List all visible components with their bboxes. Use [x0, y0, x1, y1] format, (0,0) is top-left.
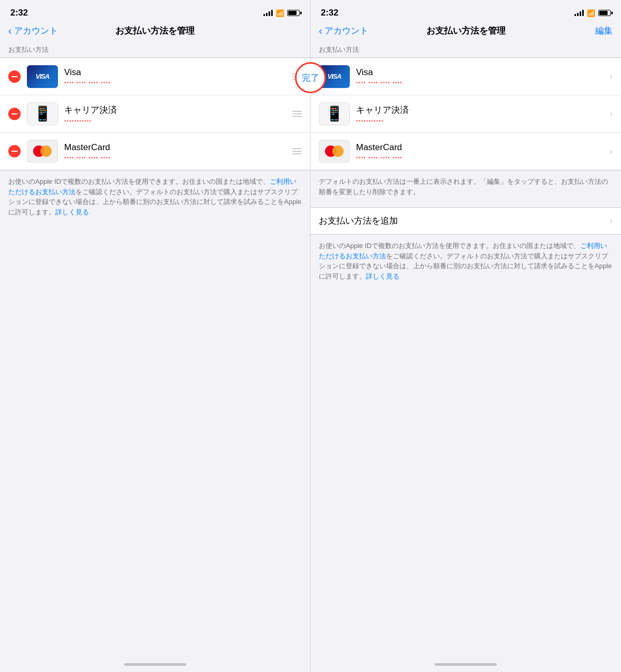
- left-visa-dots: •••• •••• •••• ••••: [64, 79, 111, 85]
- right-status-icons: 📶: [574, 9, 611, 17]
- left-section-header: お支払い方法: [0, 41, 310, 57]
- right-visa-detail: •••• •••• •••• ••••: [356, 79, 605, 85]
- left-carrier-dots: •••••••••••: [64, 118, 92, 124]
- left-signal-icon: [263, 10, 273, 16]
- right-mastercard-row[interactable]: MasterCard •••• •••• •••• •••• ›: [310, 133, 621, 170]
- right-carrier-name: キャリア決済: [356, 104, 605, 116]
- left-status-icons: 📶: [263, 9, 300, 17]
- left-carrier-name: キャリア決済: [64, 104, 286, 116]
- done-label: 完了: [302, 72, 319, 84]
- left-mastercard-info: MasterCard •••• •••• •••• ••••: [64, 142, 286, 160]
- left-carrier-detail: •••••••••••: [64, 118, 286, 124]
- left-carrier-row: 📱 キャリア決済 •••••••••••: [0, 95, 310, 133]
- left-back-label: アカウント: [14, 25, 58, 37]
- left-mastercard-drag-handle[interactable]: [292, 148, 302, 154]
- right-add-payment-chevron-icon: ›: [610, 215, 613, 226]
- right-mastercard-thumb: [319, 140, 350, 163]
- left-carrier-card-thumb: 📱: [27, 103, 58, 125]
- right-mastercard-chevron-icon: ›: [610, 146, 613, 157]
- left-mastercard-name: MasterCard: [64, 142, 286, 153]
- right-footer-text: お使いのApple IDで複数のお支払い方法を使用できます。お住まいの国または地…: [310, 235, 621, 287]
- left-status-time: 2:32: [10, 8, 28, 18]
- right-edit-button[interactable]: 編集: [595, 25, 613, 37]
- left-battery-icon: [287, 10, 300, 16]
- right-visa-logo-icon: VISA: [328, 72, 341, 80]
- right-add-payment-row[interactable]: お支払い方法を追加 ›: [310, 207, 621, 235]
- right-nav-title: お支払い方法を管理: [426, 25, 506, 37]
- left-nav-title: お支払い方法を管理: [115, 25, 195, 37]
- left-back-button[interactable]: ‹ アカウント: [8, 25, 58, 37]
- left-visa-delete-button[interactable]: [8, 70, 21, 83]
- carrier-phone-icon: 📱: [34, 105, 52, 122]
- left-visa-name: Visa: [64, 67, 286, 78]
- visa-logo-icon: VISA: [36, 72, 49, 80]
- right-status-time: 2:32: [321, 8, 338, 18]
- left-home-indicator: [0, 659, 310, 672]
- right-mastercard-info: MasterCard •••• •••• •••• ••••: [356, 142, 605, 160]
- right-carrier-card-thumb: 📱: [319, 103, 350, 125]
- right-status-bar: 2:32 📶: [310, 0, 621, 23]
- right-add-payment-label: お支払い方法を追加: [319, 215, 398, 227]
- left-carrier-delete-button[interactable]: [8, 108, 21, 120]
- right-visa-row[interactable]: VISA Visa •••• •••• •••• •••• ›: [310, 58, 621, 95]
- right-description-content: デフォルトのお支払い方法は一番上に表示されます。「編集」をタップすると、お支払い…: [319, 178, 608, 196]
- right-back-label: アカウント: [324, 25, 368, 37]
- right-signal-icon: [574, 10, 584, 16]
- left-mastercard-detail: •••• •••• •••• ••••: [64, 154, 286, 160]
- right-visa-info: Visa •••• •••• •••• ••••: [356, 67, 605, 85]
- right-carrier-dots: •••••••••••: [356, 118, 383, 124]
- mastercard-circles-icon: [33, 145, 52, 157]
- right-visa-chevron-icon: ›: [610, 71, 613, 82]
- left-mastercard-delete-button[interactable]: [8, 145, 21, 157]
- left-visa-row: VISA Visa •••• •••• •••• ••••: [0, 58, 310, 95]
- right-footer-see-more[interactable]: 詳しく見る: [366, 272, 400, 280]
- left-carrier-drag-handle[interactable]: [292, 111, 302, 117]
- right-nav-bar: ‹ アカウント お支払い方法を管理 編集: [310, 23, 621, 41]
- left-mastercard-dots: •••• •••• •••• ••••: [64, 154, 111, 160]
- right-carrier-phone-icon: 📱: [326, 105, 344, 122]
- right-mastercard-dots: •••• •••• •••• ••••: [356, 154, 403, 160]
- right-footer-before-link: お使いのApple IDで複数のお支払い方法を使用できます。お住まいの国または地…: [319, 242, 580, 250]
- done-badge[interactable]: 完了: [295, 62, 326, 93]
- left-visa-detail: •••• •••• •••• ••••: [64, 79, 286, 85]
- left-carrier-info: キャリア決済 •••••••••••: [64, 104, 286, 124]
- left-status-bar: 2:32 📶: [0, 0, 310, 23]
- right-phone-panel: 2:32 📶 ‹ アカウント お支払い方法を管理 編集: [310, 0, 621, 672]
- left-phone-panel: 2:32 📶 ‹ アカウント お支払い方法を管理: [0, 0, 310, 672]
- left-back-arrow-icon: ‹: [8, 25, 12, 37]
- right-visa-dots: •••• •••• •••• ••••: [356, 79, 403, 85]
- left-visa-info: Visa •••• •••• •••• ••••: [64, 67, 286, 85]
- left-payment-list: VISA Visa •••• •••• •••• ••••: [0, 57, 310, 170]
- left-visa-card-thumb: VISA: [27, 65, 58, 88]
- right-back-arrow-icon: ‹: [319, 25, 322, 37]
- right-back-button[interactable]: ‹ アカウント: [319, 25, 368, 37]
- right-visa-name: Visa: [356, 67, 605, 78]
- right-mastercard-circles-icon: [325, 145, 344, 157]
- right-battery-icon: [598, 10, 611, 16]
- right-mastercard-name: MasterCard: [356, 142, 605, 153]
- right-section-header: お支払い方法: [310, 41, 621, 57]
- left-nav-bar: ‹ アカウント お支払い方法を管理: [0, 23, 310, 41]
- right-carrier-row[interactable]: 📱 キャリア決済 ••••••••••• ›: [310, 95, 621, 133]
- right-mastercard-detail: •••• •••• •••• ••••: [356, 154, 605, 160]
- left-mastercard-row: MasterCard •••• •••• •••• ••••: [0, 133, 310, 170]
- right-description-text: デフォルトのお支払い方法は一番上に表示されます。「編集」をタップすると、お支払い…: [310, 170, 621, 203]
- right-payment-list: VISA Visa •••• •••• •••• •••• › 📱 キャリア決済: [310, 57, 621, 170]
- left-footer-see-more[interactable]: 詳しく見る: [55, 208, 89, 216]
- right-home-indicator: [310, 659, 621, 672]
- left-footer-before-link: お使いのApple IDで複数のお支払い方法を使用できます。お住まいの国または地…: [8, 178, 270, 185]
- right-carrier-chevron-icon: ›: [610, 108, 613, 119]
- right-carrier-detail: •••••••••••: [356, 118, 605, 124]
- left-wifi-icon: 📶: [276, 9, 284, 17]
- left-footer-text: お使いのApple IDで複数のお支払い方法を使用できます。お住まいの国または地…: [0, 170, 310, 223]
- left-mastercard-thumb: [27, 140, 58, 163]
- right-wifi-icon: 📶: [587, 9, 595, 17]
- right-carrier-info: キャリア決済 •••••••••••: [356, 104, 605, 124]
